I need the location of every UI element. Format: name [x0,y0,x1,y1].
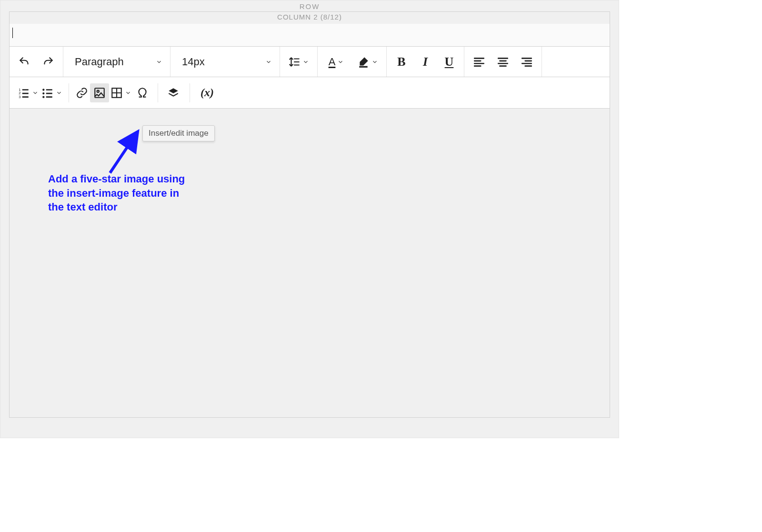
unordered-list-button[interactable] [40,83,64,102]
column-label: COLUMN 2 (8/12) [10,12,610,24]
svg-point-8 [97,90,99,92]
chevron-down-icon [32,90,39,96]
bold-icon: B [397,56,405,68]
block-format-select[interactable]: Paragraph [63,47,170,77]
toolbar-row-1: Paragraph 14px [10,47,610,77]
underline-button[interactable]: U [441,52,457,71]
undo-button[interactable] [16,52,32,71]
align-left-button[interactable] [471,52,487,71]
image-icon [93,87,106,99]
insert-variable-button[interactable]: (x) [197,83,218,102]
editor-canvas[interactable] [10,109,610,417]
history-group [10,47,63,77]
special-character-button[interactable] [133,83,152,102]
insert-image-tooltip: Insert/edit image [142,125,215,141]
color-group: A [318,47,387,77]
insert-image-button[interactable] [90,83,109,102]
text-color-button[interactable]: A [324,52,348,71]
align-group [464,47,542,77]
editor-frame: ROW COLUMN 2 (8/12) [0,0,619,438]
annotation-text: Add a five-star image using the insert-i… [48,172,186,214]
ordered-list-button[interactable]: 1 2 3 [16,83,40,102]
editor-content-input[interactable] [10,24,610,47]
line-height-button[interactable] [287,52,311,71]
chevron-down-icon [265,59,272,65]
chevron-down-icon [125,90,131,96]
highlight-icon [357,56,370,68]
svg-point-5 [42,92,44,94]
text-color-icon: A [329,56,336,68]
bold-button[interactable]: B [393,52,410,71]
svg-text:3: 3 [19,94,20,99]
insert-link-button[interactable] [74,83,90,102]
column-editor: COLUMN 2 (8/12) [9,11,610,418]
font-size-select[interactable]: 14px [170,47,280,77]
underline-icon: U [445,56,454,68]
chevron-down-icon [302,59,309,65]
ordered-list-icon: 1 2 3 [18,87,30,99]
variable-icon: (x) [201,86,214,99]
insert-table-button[interactable] [109,83,133,102]
chevron-down-icon [56,90,62,96]
chevron-down-icon [371,59,378,65]
font-size-value: 14px [182,56,205,68]
link-icon [76,87,88,99]
line-height-icon [288,56,301,68]
toolbar-row-2: 1 2 3 [10,77,610,109]
stack-icon [167,87,180,99]
align-right-button[interactable] [519,52,535,71]
redo-button[interactable] [40,52,56,71]
italic-icon: I [423,56,428,68]
align-center-button[interactable] [495,52,511,71]
align-center-icon [497,56,509,68]
svg-rect-7 [95,88,104,98]
redo-icon [42,56,54,68]
chevron-down-icon [337,59,344,65]
format-group: B I U [387,47,464,77]
annotation-arrow [100,125,148,178]
block-format-value: Paragraph [75,56,124,68]
svg-point-6 [42,96,44,98]
unordered-list-icon [41,87,54,99]
row-label: ROW [0,0,619,11]
svg-point-4 [42,89,44,90]
table-icon [110,87,123,99]
undo-icon [18,56,30,68]
highlight-color-button[interactable] [356,52,380,71]
svg-line-10 [110,134,136,173]
line-height-group [280,47,318,77]
text-cursor [12,28,13,38]
italic-button[interactable]: I [417,52,433,71]
omega-icon [136,87,149,99]
align-left-icon [473,56,485,68]
svg-rect-0 [359,66,367,67]
align-right-icon [521,56,533,68]
widget-button[interactable] [164,83,183,102]
chevron-down-icon [156,59,162,65]
